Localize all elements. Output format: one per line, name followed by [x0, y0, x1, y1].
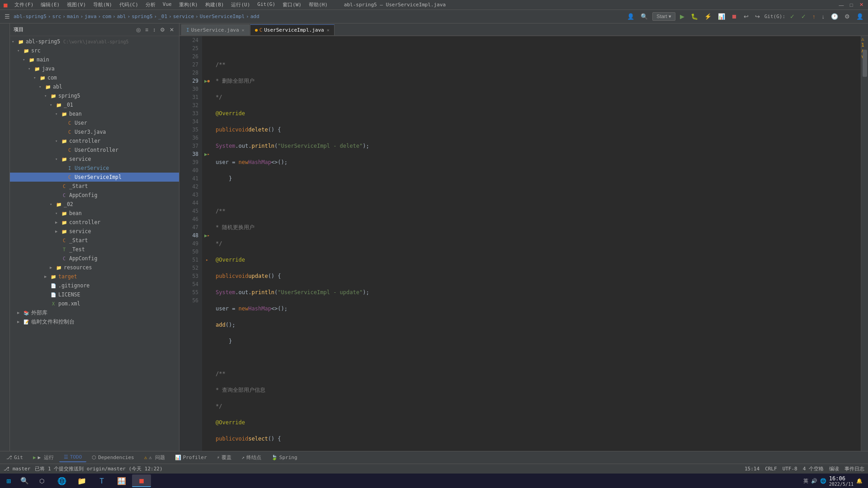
breadcrumb-item-01[interactable]: _01: [158, 14, 167, 19]
profile-run-button[interactable]: 📊: [716, 12, 727, 21]
tree-item-controller[interactable]: ▾ 📁 controller: [10, 136, 179, 145]
tree-item-test[interactable]: T _Test: [10, 245, 179, 254]
menu-help[interactable]: 帮助(H): [307, 1, 330, 9]
bottom-tab-todo[interactable]: ☰ TODO: [59, 453, 87, 462]
menu-navigate[interactable]: 导航(N): [91, 1, 114, 9]
run-gutter-icon[interactable]: ▶: [204, 151, 208, 157]
run-gutter-icon[interactable]: ▶: [204, 233, 208, 239]
menu-refactor[interactable]: 重构(R): [177, 1, 200, 9]
tree-item-userserviceimpl[interactable]: C UserServiceImpl: [10, 173, 179, 182]
tree-item-user[interactable]: C User: [10, 118, 179, 127]
menu-run[interactable]: 运行(U): [229, 1, 252, 9]
menu-edit[interactable]: 编辑(E): [39, 1, 61, 9]
tree-item-user3[interactable]: C User3.java: [10, 127, 179, 136]
avatar-button[interactable]: 👤: [854, 12, 865, 21]
tree-item-main[interactable]: ▾ 📁 main: [10, 55, 179, 64]
tree-item-appconfig2[interactable]: C AppConfig: [10, 254, 179, 263]
bottom-tab-coverage[interactable]: ⚡ 覆盖: [212, 453, 236, 462]
breadcrumb-item-class[interactable]: UserServiceImpl: [200, 14, 245, 19]
status-event-log[interactable]: 事件日志: [844, 465, 864, 472]
bottom-tab-profiler[interactable]: 📊 Profiler: [170, 453, 212, 462]
notification-icon[interactable]: 🔔: [856, 478, 863, 484]
tab-userservice[interactable]: I UserService.java ✕: [181, 24, 250, 35]
status-indent[interactable]: 4 个空格: [803, 465, 824, 472]
git-pull-button[interactable]: ↓: [820, 12, 827, 21]
breadcrumb-item-abl[interactable]: abl: [117, 14, 126, 19]
sidebar-sort-button[interactable]: ↕: [151, 26, 157, 33]
bottom-tab-dependencies[interactable]: ⬡ Dependencies: [87, 453, 138, 462]
maximize-button[interactable]: □: [848, 2, 854, 8]
tree-item-service2[interactable]: ▶ 📁 service: [10, 227, 179, 236]
bottom-tab-spring[interactable]: 🍃 Spring: [267, 453, 302, 462]
git-history-button[interactable]: 🕐: [829, 12, 840, 21]
menu-git[interactable]: Git(G): [255, 1, 277, 9]
breadcrumb-item-java[interactable]: java: [85, 14, 97, 19]
git-check-button[interactable]: ✓: [788, 12, 797, 21]
tree-item-license[interactable]: 📄 LICENSE: [10, 290, 179, 299]
menu-view[interactable]: 视图(V): [65, 1, 88, 9]
sidebar-toggle-button[interactable]: ☰: [3, 12, 12, 21]
tree-item-spring5[interactable]: ▾ 📁 spring5: [10, 91, 179, 100]
tree-item-target[interactable]: ▶ 📁 target: [10, 272, 179, 281]
breadcrumb-item-project[interactable]: abl-spring5: [14, 14, 47, 19]
scroll-thumb[interactable]: [863, 50, 867, 77]
tree-item-root[interactable]: ▾ 📁 abl-spring5 C:\work\java\abl-spring5: [10, 37, 179, 46]
breadcrumb-item-spring5[interactable]: spring5: [132, 14, 152, 19]
tree-item-com[interactable]: ▾ 📁 com: [10, 73, 179, 82]
git-push-button[interactable]: ↑: [811, 12, 817, 21]
tree-item-service[interactable]: ▾ 📁 service: [10, 155, 179, 164]
sidebar-close-button[interactable]: ✕: [168, 26, 175, 33]
bottom-tab-endpoints[interactable]: ↗ 终结点: [237, 453, 266, 462]
menu-analyze[interactable]: 分析: [144, 1, 157, 9]
tree-item-scratches[interactable]: ▶ 📝 临时文件和控制台: [10, 317, 179, 326]
breadcrumb-item-service[interactable]: service: [173, 14, 194, 19]
tree-item-start2[interactable]: C _Start: [10, 236, 179, 245]
tree-item-bean[interactable]: ▾ 📁 bean: [10, 109, 179, 118]
minimize-button[interactable]: —: [838, 2, 844, 8]
editor-scrollbar[interactable]: ⚠ 1 ∧ ∨: [861, 36, 868, 451]
code-editor[interactable]: /** * 删除全部用户 */ @Override public void de…: [212, 36, 861, 451]
tab-close-icon[interactable]: ✕: [242, 28, 245, 33]
status-encoding[interactable]: UTF-8: [783, 466, 797, 472]
taskbar-app-explorer[interactable]: 📁: [72, 474, 91, 487]
redo-button[interactable]: ↪: [753, 12, 762, 21]
taskbar-app-intellij[interactable]: ■: [132, 474, 151, 487]
status-readonly[interactable]: 编读: [829, 465, 839, 472]
menu-build[interactable]: 构建(B): [203, 1, 226, 9]
start-button[interactable]: ⊞: [2, 474, 15, 487]
sidebar-toolbar[interactable]: ◎ ≡ ↕ ⚙ ✕: [135, 26, 175, 33]
search-everywhere-button[interactable]: 🔍: [639, 12, 650, 21]
tree-item-pom[interactable]: X pom.xml: [10, 299, 179, 308]
taskbar-lang[interactable]: 英: [803, 478, 808, 484]
tree-item-gitignore[interactable]: 📄 .gitignore: [10, 281, 179, 290]
tree-item-external-libs[interactable]: ▶ 📚 外部库: [10, 308, 179, 317]
bottom-tab-git[interactable]: ⎇ Git: [2, 453, 28, 462]
window-controls[interactable]: — □ ✕: [838, 2, 864, 8]
taskbar-app-chrome[interactable]: 🌐: [52, 474, 71, 487]
menu-file[interactable]: 文件(F): [13, 1, 35, 9]
settings-button[interactable]: ⚙: [843, 12, 852, 21]
debug-button[interactable]: 🐛: [689, 12, 700, 21]
tree-item-02[interactable]: ▾ 📁 _02: [10, 200, 179, 209]
sidebar-locate-button[interactable]: ◎: [135, 26, 142, 33]
taskbar-volume-icon[interactable]: 🔊: [811, 478, 817, 484]
tree-item-userservice[interactable]: I UserService: [10, 164, 179, 173]
taskbar-app-typora[interactable]: T: [92, 474, 111, 487]
gutter-29-run[interactable]: ▶ ●: [202, 77, 212, 85]
stop-button[interactable]: ⏹: [730, 12, 739, 21]
bottom-tab-problems[interactable]: ⚠ ⚠ 问题: [140, 453, 170, 462]
coverage-button[interactable]: ⚡: [703, 12, 713, 21]
tree-item-bean2[interactable]: ▾ 📁 bean: [10, 209, 179, 218]
menu-window[interactable]: 窗口(W): [281, 1, 303, 9]
tree-item-start[interactable]: C _Start: [10, 182, 179, 191]
taskview-button[interactable]: ⬡: [33, 474, 50, 487]
tree-item-usercontroller[interactable]: C UserController: [10, 145, 179, 155]
taskbar-network-icon[interactable]: 🌐: [820, 478, 826, 484]
search-button[interactable]: 🔍: [16, 474, 33, 487]
breadcrumb-item-method[interactable]: add: [250, 14, 259, 19]
tree-item-java[interactable]: ▾ 📁 java: [10, 64, 179, 73]
tab-userserviceimpl[interactable]: C UserServiceImpl.java ✕: [250, 24, 335, 35]
menu-vue[interactable]: Vue: [161, 1, 174, 9]
tree-item-src[interactable]: ▾ 📁 src: [10, 46, 179, 55]
run-config-selector[interactable]: Start ▾: [652, 12, 675, 21]
